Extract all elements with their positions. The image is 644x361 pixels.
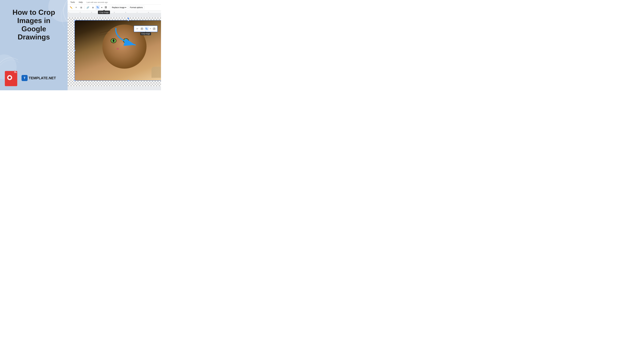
ruler-marks: 1 2 3 4 5 6 7 8 bbox=[69, 12, 160, 13]
svg-point-4 bbox=[154, 28, 154, 28]
ruler-mark-7: 7 bbox=[137, 12, 148, 13]
crop-tooltip-toolbar: Crop image bbox=[98, 10, 110, 14]
canvas-background: ↩ ▾ bbox=[68, 17, 161, 86]
ruler-mark-1: 1 bbox=[69, 12, 80, 13]
menu-bar: Tools Help Last edit was seconds ago bbox=[68, 0, 161, 4]
replace-image-label: Replace image bbox=[112, 6, 125, 8]
menu-help[interactable]: Help bbox=[78, 1, 83, 3]
template-brand-name: TEMPLATE.NET bbox=[29, 76, 56, 80]
cat-nose bbox=[116, 48, 119, 50]
crop-tooltip-float: Crop image bbox=[140, 32, 151, 35]
format-options-button[interactable]: Format options bbox=[128, 6, 144, 9]
float-mask-icon bbox=[153, 27, 155, 30]
float-crop-icon bbox=[146, 27, 148, 30]
crop-button[interactable] bbox=[96, 5, 100, 10]
ruler-mark-5: 5 bbox=[114, 12, 126, 13]
canvas-area[interactable]: ↩ ▾ bbox=[68, 13, 161, 90]
template-t-icon: T bbox=[22, 75, 28, 81]
doc-circle bbox=[7, 75, 12, 80]
add-image-button[interactable]: ⊕ bbox=[91, 5, 95, 10]
last-edit-text: Last edit was seconds ago bbox=[86, 1, 108, 3]
cat-pupil-right bbox=[125, 39, 127, 42]
cat-paw bbox=[152, 67, 161, 78]
grid-button[interactable]: ⊞ bbox=[79, 5, 83, 10]
float-toolbar: ↩ ▾ bbox=[134, 26, 158, 32]
ruler-mark-8: 8 bbox=[148, 12, 160, 13]
replace-image-button[interactable]: Replace image ▾ bbox=[110, 6, 128, 9]
format-options-label: Format options bbox=[130, 6, 143, 8]
svg-point-2 bbox=[142, 28, 142, 28]
replace-dropdown-icon: ▾ bbox=[125, 6, 126, 8]
link-button[interactable]: 🔗 bbox=[86, 5, 90, 10]
float-crop-dropdown-button[interactable]: ▾ bbox=[149, 27, 152, 31]
menu-tools[interactable]: Tools bbox=[70, 1, 76, 3]
template-net-logo: T TEMPLATE.NET bbox=[22, 75, 56, 81]
float-undo-button[interactable]: ↩ bbox=[135, 27, 139, 31]
float-mask-button[interactable] bbox=[152, 27, 156, 31]
align-left-button[interactable]: ≡ bbox=[74, 5, 78, 10]
bottom-branding: T TEMPLATE.NET bbox=[4, 70, 64, 86]
edit-button[interactable]: ✏️ bbox=[69, 5, 74, 10]
cat-eye-right bbox=[123, 38, 129, 43]
ruler: 1 2 3 4 5 6 7 8 bbox=[68, 10, 161, 13]
cat-eye-left bbox=[111, 38, 116, 43]
ruler-mark-2: 2 bbox=[80, 12, 92, 13]
ruler-mark-6: 6 bbox=[126, 12, 137, 13]
float-replace-button[interactable] bbox=[140, 27, 144, 31]
toolbar: ✏️ ≡ ⊞ 🔗 ⊕ ▾ 🖼 Replace image ▾ Format op… bbox=[68, 4, 161, 10]
float-crop-button[interactable] bbox=[144, 27, 149, 31]
mask-button[interactable]: 🖼 bbox=[104, 5, 108, 10]
left-panel: How to Crop Images in Google Drawings T … bbox=[0, 0, 68, 90]
cat-pupil-left bbox=[113, 39, 114, 42]
doc-fold bbox=[14, 70, 17, 73]
document-icon bbox=[4, 70, 18, 86]
right-panel: Tools Help Last edit was seconds ago ✏️ … bbox=[68, 0, 161, 90]
float-replace-icon bbox=[141, 27, 143, 30]
page-title: How to Crop Images in Google Drawings bbox=[12, 8, 55, 41]
crop-dropdown-button[interactable]: ▾ bbox=[100, 5, 103, 10]
crop-icon bbox=[96, 6, 99, 9]
